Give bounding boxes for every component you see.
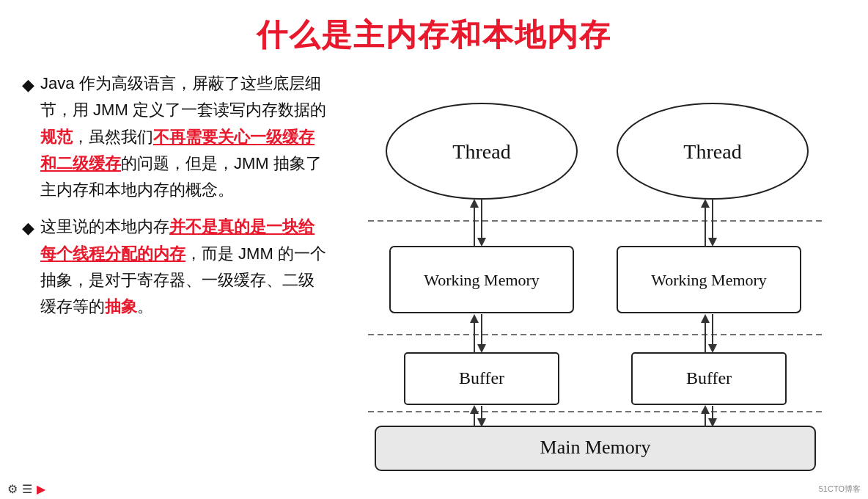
wm2-label: Working Memory — [651, 271, 767, 289]
slide: 什么是主内存和本地内存 ◆ Java 作为高级语言，屏蔽了这些底层细节，用 JM… — [0, 0, 868, 499]
bullet-text-1: Java 作为高级语言，屏蔽了这些底层细节，用 JMM 定义了一套读写内存数据的… — [40, 70, 330, 203]
left-panel: ◆ Java 作为高级语言，屏蔽了这些底层细节，用 JMM 定义了一套读写内存数… — [22, 70, 330, 481]
highlight-cache: 不再需要关心一级缓存和二级缓存 — [40, 128, 315, 172]
toolbar: ⚙ ☰ ▶ — [7, 482, 45, 496]
arrow-wm1-t1-up-head — [470, 199, 479, 208]
arrow-buf1-wm1-up-head — [470, 314, 479, 323]
buf1-label: Buffer — [459, 368, 504, 387]
arrow-buf2-wm2-up-head — [701, 314, 710, 323]
bullet-diamond-1: ◆ — [22, 72, 34, 98]
arrow-wm2-buf2-down-head — [708, 344, 717, 353]
toolbar-settings-icon[interactable]: ⚙ — [7, 482, 18, 496]
bullet-item-1: ◆ Java 作为高级语言，屏蔽了这些底层细节，用 JMM 定义了一套读写内存数… — [22, 70, 330, 203]
jmm-diagram: Thread Thread Working Memory Working Mem… — [346, 63, 845, 481]
diagram-svg: Thread Thread Working Memory Working Mem… — [346, 63, 845, 481]
bullet-text-2: 这里说的本地内存并不是真的是一块给每个线程分配的内存，而是 JMM 的一个抽象，… — [40, 214, 330, 320]
wm1-label: Working Memory — [424, 271, 540, 289]
bullet-diamond-2: ◆ — [22, 215, 34, 241]
arrow-wm2-t2-up-head — [701, 199, 710, 208]
buf2-label: Buffer — [686, 368, 732, 387]
highlight-abstract: 抽象 — [105, 297, 137, 316]
watermark: 51CTO博客 — [819, 484, 861, 495]
highlight-guifan: 规范 — [40, 128, 73, 146]
arrow-wm1-buf1-down-head — [477, 344, 486, 353]
content-area: ◆ Java 作为高级语言，屏蔽了这些底层细节，用 JMM 定义了一套读写内存数… — [22, 70, 846, 481]
highlight-notreal: 并不是真的是一块给每个线程分配的内存 — [40, 217, 315, 262]
arrow-t2-wm2-down-head — [708, 238, 717, 247]
toolbar-list-icon[interactable]: ☰ — [22, 482, 32, 496]
right-panel: Thread Thread Working Memory Working Mem… — [345, 70, 846, 481]
watermark-text: 51CTO博客 — [819, 484, 861, 493]
main-memory-label: Main Memory — [540, 437, 651, 458]
slide-title: 什么是主内存和本地内存 — [22, 15, 846, 56]
thread1-label: Thread — [452, 140, 510, 163]
arrow-t1-wm1-down-head — [477, 238, 486, 247]
toolbar-arrow-icon[interactable]: ▶ — [37, 482, 45, 496]
thread2-label: Thread — [683, 140, 741, 163]
bullet-item-2: ◆ 这里说的本地内存并不是真的是一块给每个线程分配的内存，而是 JMM 的一个抽… — [22, 214, 330, 320]
arrow-main-buf2-up-head — [701, 405, 710, 414]
arrow-main-buf1-up-head — [470, 405, 479, 414]
